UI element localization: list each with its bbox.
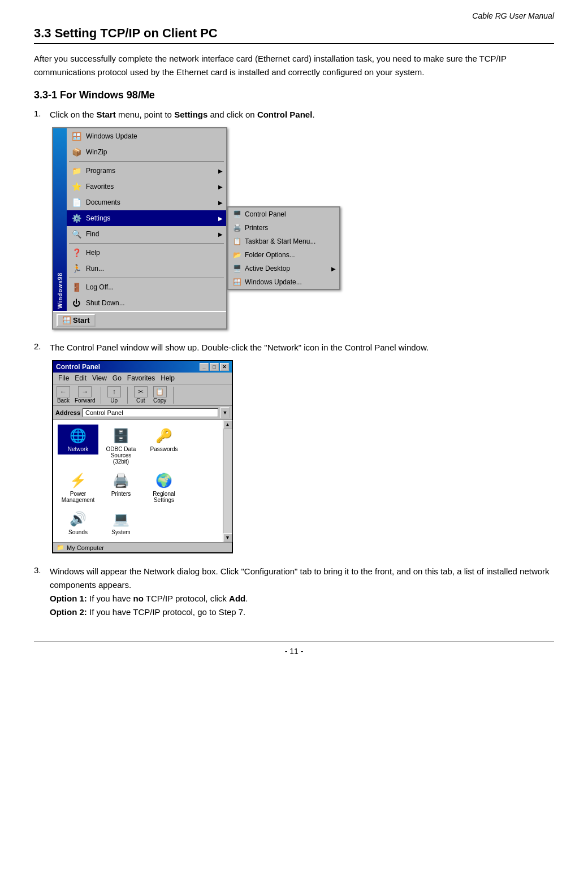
menu-file[interactable]: File <box>55 374 72 383</box>
sounds-icon: 🔊 <box>69 510 87 528</box>
minimize-button[interactable]: _ <box>200 363 209 371</box>
scroll-down-button[interactable]: ▼ <box>223 533 232 542</box>
control-panel-icon: 🖥️ <box>232 209 242 219</box>
separator-3 <box>69 278 224 278</box>
submenu-control-panel[interactable]: 🖥️ Control Panel <box>228 207 339 221</box>
page-number: - 11 - <box>285 647 304 656</box>
passwords-icon: 🔑 <box>155 427 173 445</box>
network-icon: 🌐 <box>69 427 87 445</box>
step-3-num: 3. <box>34 565 50 575</box>
start-button[interactable]: 🪟 Start <box>57 314 96 327</box>
menu-item-documents[interactable]: 📄 Documents ▶ <box>67 194 226 210</box>
power-label: Power Management <box>60 491 96 503</box>
toolbar-copy[interactable]: 📋 Copy <box>152 386 168 404</box>
page-container: Cable RG User Manual 3.3 Setting TCP/IP … <box>0 0 588 870</box>
statusbar-text: My Computer <box>67 544 104 551</box>
sidebar-text: Windows98 <box>57 272 63 309</box>
cp-statusbar: 📁 My Computer <box>53 542 232 552</box>
cp-window: Control Panel _ □ ✕ File Edit View Go Fa… <box>52 360 233 553</box>
page-header: Cable RG User Manual <box>34 11 554 20</box>
find-icon: 🔍 <box>70 228 83 240</box>
menu-item-shutdown[interactable]: ⏻ Shut Down... <box>67 295 226 311</box>
printers-icon: 🖨️ <box>232 223 242 233</box>
step-1-text: Click on the Start menu, point to Settin… <box>50 108 554 122</box>
power-icon-item[interactable]: ⚡ Power Management <box>58 469 98 505</box>
system-label: System <box>111 529 130 535</box>
cp-icons-row: 🌐 Network 🗄️ ODBC Data Sources (32bit) 🔑… <box>58 425 218 538</box>
submenu-taskbar[interactable]: 📋 Taskbar & Start Menu... <box>228 235 339 248</box>
menu-item-help[interactable]: ❓ Help <box>67 245 226 261</box>
toolbar-back[interactable]: ← Back <box>55 386 71 404</box>
menu-item-windows-update[interactable]: 🪟 Windows Update <box>67 128 226 144</box>
menu-item-find[interactable]: 🔍 Find ▶ <box>67 226 226 242</box>
step-1: 1. Click on the Start menu, point to Set… <box>34 108 554 330</box>
address-input[interactable]: Control Panel <box>83 408 218 417</box>
control-panel-screenshot: Control Panel _ □ ✕ File Edit View Go Fa… <box>52 360 554 553</box>
system-icon-item[interactable]: 💻 System <box>101 508 141 538</box>
submenu-folder-options[interactable]: 📂 Folder Options... <box>228 248 339 262</box>
scroll-up-button[interactable]: ▲ <box>223 420 232 429</box>
address-dropdown-button[interactable]: ▼ <box>220 407 230 418</box>
maximize-button[interactable]: □ <box>210 363 219 371</box>
menu-go[interactable]: Go <box>110 374 124 383</box>
windows-update-icon: 🪟 <box>70 130 83 142</box>
odbc-icon-item[interactable]: 🗄️ ODBC Data Sources (32bit) <box>101 425 141 467</box>
menu-favorites[interactable]: Favorites <box>124 374 158 383</box>
scroll-track[interactable] <box>223 429 232 533</box>
printers-icon-item[interactable]: 🖨️ Printers <box>101 469 141 499</box>
win98-menu-content: 🪟 Windows Update 📦 WinZip 📁 <box>67 128 226 311</box>
toolbar-cut[interactable]: ✂ Cut <box>133 386 149 404</box>
start-label: Start <box>73 316 90 324</box>
submenu-active-desktop[interactable]: 🖥️ Active Desktop ▶ <box>228 262 339 275</box>
menu-item-run[interactable]: 🏃 Run... <box>67 261 226 276</box>
toolbar-separator-2 <box>127 387 128 404</box>
help-icon: ❓ <box>70 246 83 259</box>
menu-item-logoff[interactable]: 🚪 Log Off... <box>67 279 226 295</box>
cp-icons-content: 🌐 Network 🗄️ ODBC Data Sources (32bit) 🔑… <box>53 420 223 542</box>
option2-label: Option 2: <box>50 607 87 617</box>
windows-logo-icon: 🪟 <box>62 316 71 324</box>
intro-text: After you successfully complete the netw… <box>34 52 554 79</box>
cp-titlebar-buttons: _ □ ✕ <box>200 363 229 371</box>
network-icon-item[interactable]: 🌐 Network <box>58 425 98 455</box>
menu-view[interactable]: View <box>89 374 110 383</box>
menu-help[interactable]: Help <box>158 374 178 383</box>
section-title: 3.3 Setting TCP/IP on Client PC <box>34 26 554 44</box>
back-icon: ← <box>57 386 70 397</box>
option1-label: Option 1: <box>50 594 87 603</box>
sounds-label: Sounds <box>68 529 88 535</box>
submenu-windows-update[interactable]: 🪟 Windows Update... <box>228 275 339 289</box>
address-value: Control Panel <box>85 409 123 416</box>
logoff-icon: 🚪 <box>70 281 83 293</box>
step-3-text: Windows will appear the Network dialog b… <box>50 565 554 619</box>
sounds-icon-item[interactable]: 🔊 Sounds <box>58 508 98 538</box>
menu-item-programs[interactable]: 📁 Programs ▶ <box>67 163 226 179</box>
passwords-icon-item[interactable]: 🔑 Passwords <box>144 425 184 455</box>
cp-toolbar: ← Back → Forward ↑ Up ✂ Cut <box>53 384 232 406</box>
cut-icon: ✂ <box>134 386 148 397</box>
documents-arrow: ▶ <box>218 200 223 206</box>
active-desktop-icon: 🖥️ <box>232 263 242 274</box>
menu-edit[interactable]: Edit <box>72 374 89 383</box>
system-icon: 💻 <box>112 510 130 528</box>
close-button[interactable]: ✕ <box>220 363 229 371</box>
startmenu-screenshot: Windows98 🪟 Windows Update 📦 WinZ <box>52 127 554 330</box>
submenu-win-update-icon: 🪟 <box>232 277 242 287</box>
toolbar-forward[interactable]: → Forward <box>75 386 96 404</box>
menu-item-favorites[interactable]: ⭐ Favorites ▶ <box>67 179 226 194</box>
regional-label: Regional Settings <box>146 491 182 503</box>
menu-item-settings[interactable]: ⚙️ Settings ▶ <box>67 210 226 226</box>
cp-scrollbar: ▲ ▼ <box>223 420 232 542</box>
odbc-icon: 🗄️ <box>112 427 130 445</box>
passwords-label: Passwords <box>150 446 178 452</box>
menu-item-winzip[interactable]: 📦 WinZip <box>67 144 226 160</box>
regional-icon-item[interactable]: 🌍 Regional Settings <box>144 469 184 505</box>
toolbar-up[interactable]: ↑ Up <box>106 386 122 404</box>
taskbar-icon: 📋 <box>232 236 242 246</box>
cp-menubar: File Edit View Go Favorites Help <box>53 373 232 384</box>
submenu-printers[interactable]: 🖨️ Printers <box>228 221 339 235</box>
step-2: 2. The Control Panel window will show up… <box>34 341 554 553</box>
printers-label: Printers <box>111 491 131 497</box>
toolbar-separator-3 <box>173 387 174 404</box>
statusbar-folder-icon: 📁 <box>57 544 64 551</box>
